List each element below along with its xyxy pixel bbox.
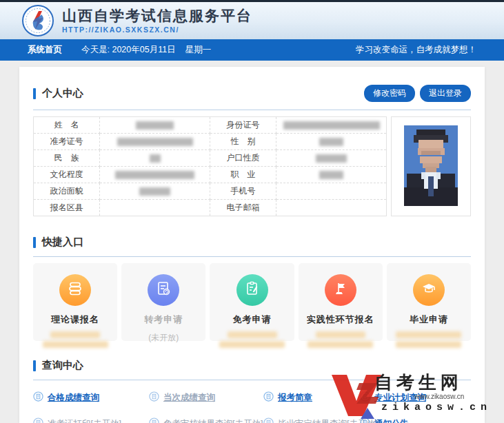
field-value-idnumber <box>276 117 387 134</box>
card-transfer-application[interactable]: 转考申请 (未开放) <box>121 263 205 341</box>
id-photo <box>391 116 471 216</box>
page: 山西自学考试信息服务平台 HTTP://ZIKAO.SXKSZX.CN/ 系统首… <box>0 0 504 423</box>
document-icon <box>33 417 43 423</box>
document-icon <box>263 417 274 423</box>
personal-info-table: 姓 名 身份证号 准考证号 性 别 民 族 户口性质 <box>33 116 387 216</box>
card-label: 转考申请 <box>121 313 205 326</box>
card-dates-redacted <box>210 331 294 348</box>
watermark-text: 自考生网 www.zikaosw.cn zikaosw.cn <box>374 371 503 413</box>
site-header: 山西自学考试信息服务平台 HTTP://ZIKAO.SXKSZX.CN/ <box>0 2 504 39</box>
field-value-ethnicity <box>100 150 210 167</box>
table-row: 民 族 户口性质 <box>34 150 387 167</box>
card-note-closed: (未开放) <box>121 332 205 344</box>
field-value-district <box>100 200 210 216</box>
document-icon <box>263 391 274 404</box>
table-row: 姓 名 身份证号 <box>34 117 387 134</box>
document-icon <box>149 417 159 423</box>
field-value-examno <box>100 134 210 150</box>
link-exemption-audit-result-query[interactable]: 免考审核结果查询[未开放] <box>149 417 263 423</box>
field-label-household: 户口性质 <box>210 150 276 167</box>
table-row: 文化程度 职 业 <box>34 167 387 183</box>
site-logo-icon <box>22 5 54 37</box>
table-row: 政治面貌 手机号 <box>34 183 387 200</box>
field-label-gender: 性 别 <box>210 134 276 150</box>
field-value-name <box>100 117 210 134</box>
logout-button[interactable]: 退出登录 <box>420 85 471 102</box>
card-label: 免考申请 <box>210 313 294 326</box>
section-divider <box>33 110 471 110</box>
table-row: 准考证号 性 别 <box>34 134 387 150</box>
field-label-occupation: 职 业 <box>210 167 276 183</box>
books-icon <box>67 280 83 300</box>
graduation-cap-icon <box>421 280 437 300</box>
quick-entry-section: 快捷入口 理论课报名 <box>33 236 471 341</box>
nav-date: 今天是: 2020年05月11日 <box>81 44 176 56</box>
card-label: 毕业申请 <box>387 313 471 326</box>
field-value-phone <box>276 183 387 200</box>
link-qualified-score-query[interactable]: 合格成绩查询 <box>33 391 149 404</box>
card-dates-redacted <box>299 331 383 348</box>
document-icon <box>33 391 43 404</box>
section-accent-bar <box>33 360 36 371</box>
table-row: 报名区县 电子邮箱 <box>34 200 387 216</box>
field-label-name: 姓 名 <box>34 117 100 134</box>
link-admission-ticket-print[interactable]: 准考证打印[未开放] <box>33 417 149 423</box>
title-block: 山西自学考试信息服务平台 HTTP://ZIKAO.SXKSZX.CN/ <box>62 8 252 34</box>
site-title: 山西自学考试信息服务平台 <box>62 8 252 24</box>
field-label-email: 电子邮箱 <box>210 200 276 216</box>
section-divider <box>33 256 471 257</box>
card-graduation-application[interactable]: 毕业申请 <box>387 263 471 341</box>
personal-center-title: 个人中心 <box>33 87 83 100</box>
query-center-title: 查询中心 <box>33 359 83 372</box>
clipboard-pencil-icon <box>244 280 261 300</box>
field-label-district: 报名区县 <box>34 200 100 216</box>
flag-icon <box>332 280 349 300</box>
watermark-triangle-icon <box>361 408 374 419</box>
field-label-political: 政治面貌 <box>34 183 100 200</box>
card-theory-registration[interactable]: 理论课报名 <box>33 263 117 341</box>
transfer-doc-icon <box>155 280 172 300</box>
field-value-political <box>100 183 210 200</box>
field-value-email <box>276 200 387 216</box>
section-accent-bar <box>33 88 36 99</box>
nav-weekday: 星期一 <box>185 44 212 56</box>
field-value-occupation <box>276 167 387 183</box>
personal-center-section: 个人中心 修改密码 退出登录 姓 名 身份证号 准考证 <box>33 85 471 216</box>
field-label-phone: 手机号 <box>210 183 276 200</box>
card-dates-redacted <box>387 331 471 348</box>
nav-home-link[interactable]: 系统首页 <box>28 44 62 56</box>
section-accent-bar <box>33 237 36 248</box>
watermark-site-name: 自考生网 <box>374 371 503 395</box>
link-current-score-query[interactable]: 当次成绩查询 <box>149 391 263 404</box>
card-practical-registration[interactable]: 实践性环节报名 <box>299 263 383 341</box>
field-label-education: 文化程度 <box>34 167 100 183</box>
field-value-education <box>100 167 210 183</box>
card-label: 实践性环节报名 <box>299 313 383 326</box>
card-dates-redacted <box>33 331 117 348</box>
watermark-url-spaced: zikaosw.cn <box>381 402 503 413</box>
watermark-url-small: www.zikaosw.cn <box>414 393 503 400</box>
card-exemption-application[interactable]: 免考申请 <box>210 263 294 341</box>
watermark-logo: 自考生网 www.zikaosw.cn zikaosw.cn <box>332 371 503 420</box>
document-icon <box>149 391 159 404</box>
card-label: 理论课报名 <box>33 313 117 326</box>
field-value-household <box>276 150 387 167</box>
field-value-gender <box>276 134 387 150</box>
top-navbar: 系统首页 今天是: 2020年05月11日 星期一 学习改变命运，自考成就梦想！ <box>0 39 504 61</box>
quick-entry-title: 快捷入口 <box>33 236 83 249</box>
nav-slogan: 学习改变命运，自考成就梦想！ <box>356 44 476 56</box>
field-label-idnumber: 身份证号 <box>210 117 276 134</box>
field-label-examno: 准考证号 <box>34 134 100 150</box>
main-panel: 个人中心 修改密码 退出登录 姓 名 身份证号 准考证 <box>19 67 485 423</box>
field-label-ethnicity: 民 族 <box>34 150 100 167</box>
site-url: HTTP://ZIKAO.SXKSZX.CN/ <box>62 25 252 34</box>
change-password-button[interactable]: 修改密码 <box>364 85 415 102</box>
